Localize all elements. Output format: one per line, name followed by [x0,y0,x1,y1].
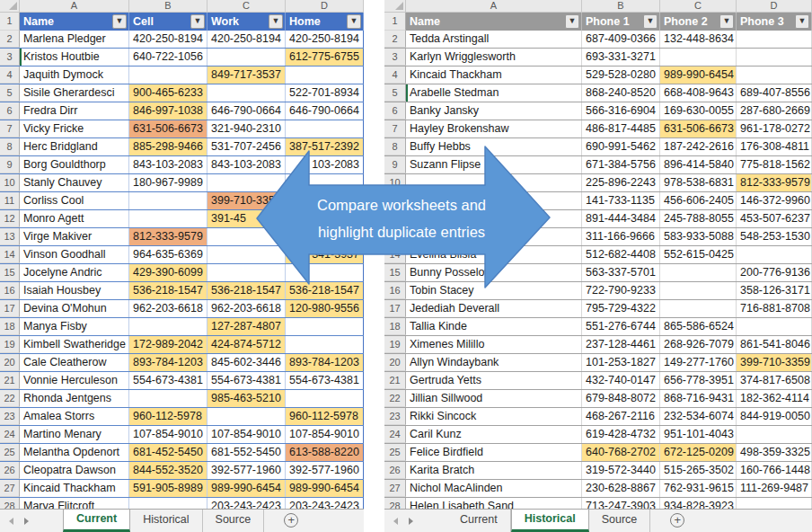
phone-cell[interactable] [737,318,812,335]
phone-cell[interactable]: 468-267-2116 [582,408,660,425]
phone-cell[interactable]: 374-817-6508 [737,372,812,389]
phone-cell[interactable]: 392-577-1960 [207,462,286,479]
phone-cell[interactable]: 612-775-6755 [286,49,364,66]
phone-cell[interactable]: 861-541-8046 [737,336,812,353]
sheet-tab-source[interactable]: Source [203,510,265,532]
phone-cell[interactable]: 775-818-1562 [737,156,812,173]
row-number[interactable]: 27 [384,480,406,497]
phone-cell[interactable]: 961-178-0272 [737,120,812,137]
phone-cell[interactable]: 498-359-3325 [737,444,812,461]
row-number[interactable]: 26 [0,462,20,479]
phone-cell[interactable]: 554-673-4381 [207,372,286,389]
name-cell[interactable]: Kristos Houtbie [20,49,129,66]
row-number[interactable]: 12 [0,210,20,227]
table-header-cell[interactable]: Cell▼ [129,13,207,31]
name-cell[interactable]: Rhonda Jentgens [20,390,129,407]
phone-cell[interactable]: 885-298-9466 [129,138,207,155]
phone-cell[interactable]: 891-444-3484 [582,210,660,227]
phone-cell[interactable]: 646-790-0664 [207,102,286,120]
row-number[interactable]: 1 [384,13,406,31]
phone-cell[interactable]: 656-778-3951 [660,372,737,389]
name-cell[interactable]: Kimbell Swatheridge [20,336,129,353]
phone-cell[interactable]: 358-126-3171 [737,282,812,299]
add-sheet-button[interactable]: + [284,513,298,528]
phone-cell[interactable]: 591-905-8989 [129,480,207,497]
phone-cell[interactable] [286,318,364,335]
name-cell[interactable]: Jaquith Dymock [20,66,129,84]
row-number[interactable]: 17 [0,300,20,317]
phone-cell[interactable]: 934-828-3923 [660,498,737,509]
phone-cell[interactable]: 613-588-8220 [286,444,364,461]
tab-scroll-right-icon[interactable] [409,518,413,525]
phone-cell[interactable]: 287-680-2669 [737,102,812,120]
name-cell[interactable]: Devina O'Mohun [20,300,129,317]
name-cell[interactable]: Gertruda Yetts [406,372,582,389]
name-cell[interactable]: Isaiah Housbey [20,282,129,299]
row-number[interactable]: 15 [0,264,20,281]
name-cell[interactable]: Banky Jansky [406,102,582,120]
filter-dropdown-icon[interactable]: ▼ [269,14,283,29]
phone-cell[interactable] [129,210,207,227]
phone-cell[interactable]: 392-577-1960 [286,462,364,479]
name-cell[interactable]: Karita Bratch [406,462,582,479]
phone-cell[interactable]: 182-362-4114 [737,390,812,407]
row-number[interactable]: 16 [0,282,20,299]
name-cell[interactable]: Corliss Cool [20,192,129,209]
phone-cell[interactable]: 176-308-4811 [737,138,812,155]
phone-cell[interactable]: 225-896-2243 [582,174,660,191]
name-cell[interactable]: Borg Gouldthorp [20,156,129,173]
name-cell[interactable]: Virge Makiver [20,228,129,245]
name-cell[interactable]: Vonnie Herculeson [20,372,129,389]
row-number[interactable]: 8 [0,138,20,155]
row-number[interactable]: 10 [0,174,20,191]
name-cell[interactable]: Caril Kunz [406,426,582,443]
row-number[interactable]: 18 [0,318,20,335]
phone-cell[interactable]: 107-854-9010 [129,426,207,443]
phone-cell[interactable]: 646-790-0664 [286,102,364,120]
phone-cell[interactable] [207,49,286,66]
row-number[interactable]: 14 [0,246,20,263]
column-header-c[interactable]: C [660,0,737,13]
phone-cell[interactable]: 120-980-9556 [286,300,364,317]
phone-cell[interactable]: 203-243-2423 [207,498,286,509]
phone-cell[interactable] [286,336,364,353]
row-number[interactable]: 19 [384,336,406,353]
phone-cell[interactable]: 203-243-2423 [286,498,364,509]
phone-cell[interactable] [129,498,207,509]
name-cell[interactable]: Marya Flitcroft [20,498,129,509]
phone-cell[interactable]: 149-277-1760 [660,354,737,371]
name-cell[interactable]: Sisile Gherardesci [20,84,129,102]
phone-cell[interactable]: 960-112-5978 [129,408,207,425]
row-number[interactable]: 21 [0,372,20,389]
name-cell[interactable]: Tallia Kinde [406,318,582,335]
phone-cell[interactable]: 868-716-9431 [660,390,737,407]
column-header-b[interactable]: B [129,0,207,13]
phone-cell[interactable]: 127-287-4807 [207,318,286,335]
phone-cell[interactable]: 456-606-2405 [660,192,737,209]
phone-cell[interactable] [737,246,812,263]
phone-cell[interactable]: 529-528-0280 [582,66,660,84]
filter-dropdown-icon[interactable]: ▼ [190,14,205,29]
phone-cell[interactable]: 681-452-5450 [129,444,207,461]
row-number[interactable]: 5 [384,84,406,102]
phone-cell[interactable] [737,49,812,66]
phone-cell[interactable]: 515-265-3502 [660,462,737,479]
phone-cell[interactable]: 563-337-5701 [582,264,660,281]
column-header-a[interactable]: A [406,0,582,13]
phone-cell[interactable] [286,66,364,84]
add-sheet-button[interactable]: + [670,513,684,528]
name-cell[interactable]: Ximenes Milillo [406,336,582,353]
column-header-d[interactable]: D [737,0,812,13]
phone-cell[interactable]: 716-881-8708 [737,300,812,317]
column-header-a[interactable]: A [20,0,129,13]
phone-cell[interactable]: 989-990-6454 [660,66,737,84]
phone-cell[interactable]: 432-740-0147 [582,372,660,389]
sheet-tab-historical[interactable]: Historical [511,510,589,532]
phone-cell[interactable]: 985-463-5210 [207,390,286,407]
phone-cell[interactable]: 107-854-9010 [286,426,364,443]
phone-cell[interactable]: 962-203-6618 [129,300,207,317]
row-number[interactable]: 3 [0,49,20,66]
phone-cell[interactable]: 845-602-3446 [207,354,286,371]
phone-cell[interactable]: 893-784-1203 [129,354,207,371]
row-number[interactable]: 22 [384,390,406,407]
